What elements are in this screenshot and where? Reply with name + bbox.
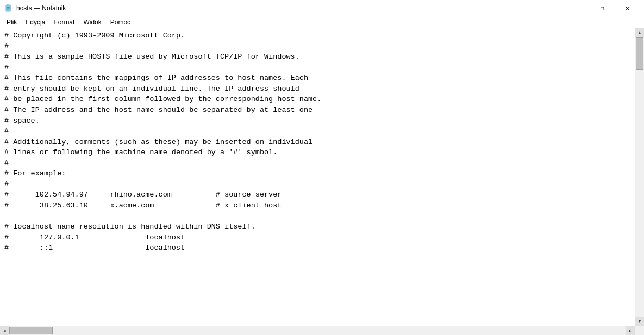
scroll-up-arrow[interactable]: ▲ — [635, 28, 645, 37]
menu-item-menu-help[interactable]: Pomoc — [106, 17, 135, 27]
horizontal-scrollbar-container: ◄ ► — [0, 326, 644, 335]
scroll-thumb-h[interactable] — [9, 327, 53, 334]
close-button[interactable]: ✕ — [615, 0, 640, 16]
editor-textarea[interactable] — [4, 30, 630, 324]
window-controls: – □ ✕ — [565, 0, 640, 16]
vertical-scrollbar[interactable]: ▲ ▼ — [635, 28, 644, 326]
title-bar-left: hosts — Notatnik — [4, 4, 66, 12]
menu-item-menu-format[interactable]: Format — [49, 17, 79, 27]
scroll-track-v[interactable] — [635, 37, 644, 317]
editor-content[interactable] — [0, 28, 635, 326]
scroll-right-arrow[interactable]: ► — [626, 326, 635, 335]
title-bar: hosts — Notatnik – □ ✕ — [0, 0, 644, 16]
menu-item-menu-edit[interactable]: Edycja — [21, 17, 49, 27]
scrollbar-corner — [635, 326, 644, 335]
scroll-down-arrow[interactable]: ▼ — [635, 317, 645, 326]
scroll-thumb-v[interactable] — [636, 37, 643, 70]
menu-item-menu-view[interactable]: Widok — [79, 17, 105, 27]
editor-main: ▲ ▼ — [0, 28, 644, 326]
menu-item-menu-file[interactable]: Plik — [2, 17, 21, 27]
scroll-left-arrow[interactable]: ◄ — [0, 326, 9, 335]
notepad-icon — [4, 4, 13, 12]
maximize-button[interactable]: □ — [590, 0, 615, 16]
scroll-track-h[interactable] — [9, 326, 626, 335]
svg-rect-1 — [7, 4, 9, 6]
minimize-button[interactable]: – — [565, 0, 590, 16]
menu-bar: PlikEdycjaFormatWidokPomoc — [0, 16, 644, 28]
editor-wrapper: ▲ ▼ ◄ ► — [0, 28, 644, 335]
window-title: hosts — Notatnik — [16, 4, 66, 12]
